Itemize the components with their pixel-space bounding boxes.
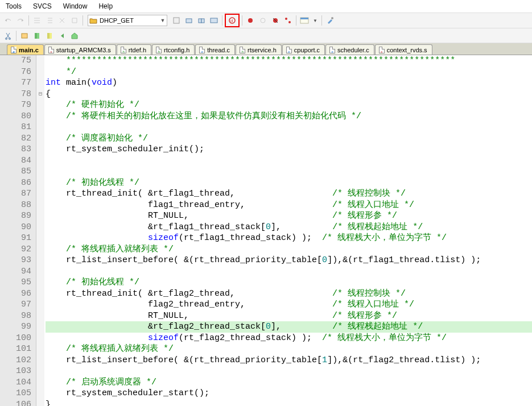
file-icon	[121, 47, 126, 53]
svg-rect-4	[211, 18, 217, 23]
folder-icon	[88, 17, 98, 24]
redo-icon[interactable]	[15, 15, 26, 26]
tab-label: cpuport.c	[294, 47, 320, 53]
tab-label: scheduler.c	[337, 47, 369, 53]
comment-icon[interactable]	[56, 15, 68, 26]
project-icon[interactable]	[19, 30, 30, 42]
tab-thread-c[interactable]: thread.c	[195, 44, 235, 55]
svg-rect-18	[35, 33, 37, 39]
window-dropdown-icon[interactable]: ▼	[311, 18, 319, 23]
file-icon	[329, 47, 335, 53]
configure-icon[interactable]	[324, 15, 336, 26]
menu-tools[interactable]: Tools	[3, 1, 24, 11]
tab-label: context_rvds.s	[387, 47, 427, 53]
tab-startup_ARMCM3-s[interactable]: startup_ARMCM3.s	[44, 44, 116, 55]
breakpoint-kill-icon[interactable]	[270, 15, 281, 26]
svg-rect-0	[174, 18, 179, 23]
books-green-icon[interactable]	[31, 30, 43, 42]
file-icon	[240, 47, 245, 53]
svg-rect-21	[50, 33, 52, 39]
options-icon[interactable]	[171, 15, 182, 26]
breakpoint-icon[interactable]	[245, 15, 256, 26]
tab-scheduler-c[interactable]: scheduler.c	[325, 44, 374, 55]
window-icon[interactable]	[299, 15, 310, 26]
tab-rtdef-h[interactable]: rtdef.h	[117, 44, 151, 55]
tab-label: rtdef.h	[129, 47, 146, 53]
svg-point-8	[261, 18, 265, 23]
debug-highlight-box: d	[225, 14, 240, 27]
code-editor[interactable]: 7576777879808182838485868788899091929394…	[0, 55, 532, 406]
svg-rect-2	[199, 19, 201, 23]
target-select[interactable]: DHCP_GET ▼	[88, 15, 167, 26]
tab-label: startup_ARMCM3.s	[56, 47, 111, 53]
breakpoint-list-icon[interactable]	[282, 15, 294, 26]
svg-rect-3	[201, 19, 204, 23]
undo-icon[interactable]	[2, 15, 14, 26]
menu-help[interactable]: Help	[96, 1, 115, 11]
rebuild-icon[interactable]	[196, 15, 207, 26]
build-target-icon[interactable]	[183, 15, 195, 26]
tab-label: thread.c	[207, 47, 230, 53]
cut-icon[interactable]	[2, 30, 14, 42]
tab-label: rtconfig.h	[164, 47, 189, 53]
tab-label: rtservice.h	[248, 47, 277, 53]
tab-rtservice-h[interactable]: rtservice.h	[236, 44, 282, 55]
indent-right-icon[interactable]	[44, 15, 55, 26]
svg-point-14	[331, 17, 333, 19]
file-icon	[48, 47, 54, 53]
svg-point-10	[285, 18, 287, 20]
svg-rect-13	[300, 18, 308, 19]
svg-rect-17	[22, 34, 27, 38]
file-icon	[379, 47, 385, 53]
nav-back-icon[interactable]	[56, 30, 68, 42]
menu-bar: Tools SVCS Window Help	[0, 0, 532, 13]
main-toolbar: DHCP_GET ▼ d ▼	[0, 13, 532, 28]
svg-rect-20	[47, 33, 50, 39]
tab-main-c[interactable]: main.c	[7, 44, 44, 55]
chevron-down-icon: ▼	[159, 18, 167, 23]
editor-tabs: main.cstartup_ARMCM3.srtdef.hrtconfig.ht…	[0, 43, 532, 55]
tab-context_rvds-s[interactable]: context_rvds.s	[375, 44, 432, 55]
indent-left-icon[interactable]	[31, 15, 43, 26]
breakpoint-disabled-icon[interactable]	[257, 15, 269, 26]
debug-icon[interactable]: d	[226, 15, 238, 26]
svg-point-7	[248, 18, 253, 23]
file-icon	[286, 47, 292, 53]
svg-point-11	[288, 21, 291, 23]
svg-rect-1	[186, 19, 192, 23]
menu-window[interactable]: Window	[61, 1, 90, 11]
svg-text:d: d	[230, 18, 233, 23]
file-icon	[199, 47, 205, 53]
fold-column: ⊟	[36, 55, 44, 406]
menu-svcs[interactable]: SVCS	[31, 1, 54, 11]
target-name: DHCP_GET	[98, 17, 159, 24]
secondary-toolbar	[0, 28, 532, 43]
line-number-gutter: 7576777879808182838485868788899091929394…	[0, 55, 36, 406]
tab-rtconfig-h[interactable]: rtconfig.h	[152, 44, 195, 55]
svg-rect-19	[37, 33, 39, 39]
tab-label: main.c	[19, 47, 39, 53]
tab-cpuport-c[interactable]: cpuport.c	[282, 44, 325, 55]
books-yellow-icon[interactable]	[44, 30, 55, 42]
batch-build-icon[interactable]	[208, 15, 220, 26]
code-area[interactable]: ****************************************…	[44, 55, 532, 406]
uncomment-icon[interactable]	[69, 15, 80, 26]
home-icon[interactable]	[69, 30, 80, 42]
file-icon	[11, 47, 17, 53]
file-icon	[156, 47, 162, 53]
